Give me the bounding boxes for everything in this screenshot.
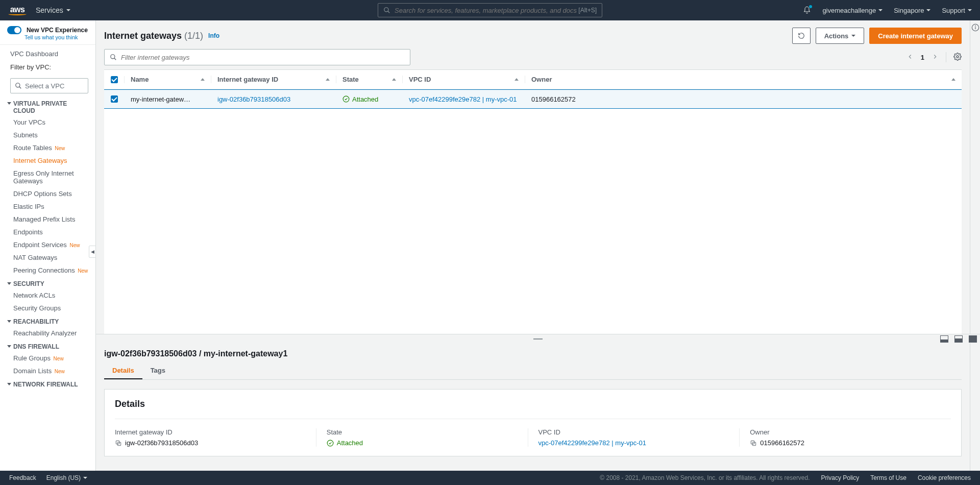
svg-point-10 [343,96,349,102]
cell-vpc-link[interactable]: vpc-07ef42299fe29e782 | my-vpc-01 [409,95,517,103]
filter-input-wrapper [104,49,410,65]
sidebar-item-endpoints[interactable]: Endpoints [0,226,95,238]
svg-line-3 [19,87,21,89]
sidebar-item-subnets[interactable]: Subnets [0,129,95,141]
sidebar-item-prefix-lists[interactable]: Managed Prefix Lists [0,213,95,226]
pagination: 1 [906,52,962,62]
cell-igw-id-link[interactable]: igw-02f36b79318506d03 [217,95,290,103]
global-search[interactable]: [Alt+S] [378,3,602,17]
feedback-link[interactable]: Tell us what you think [24,34,88,40]
sidebar-item-route-tables[interactable]: Route Tables New [0,141,95,154]
sidebar-item-dashboard[interactable]: VPC Dashboard [0,45,95,60]
toggle-switch[interactable] [7,26,21,34]
table-row[interactable]: my-internet-gatew… igw-02f36b79318506d03… [104,89,962,109]
sidebar-item-nacls[interactable]: Network ACLs [0,289,95,302]
detail-label-owner: Owner [750,428,941,436]
cookie-preferences-link[interactable]: Cookie preferences [918,474,971,481]
next-page-button[interactable] [932,53,939,62]
help-panel-toggle[interactable] [970,20,980,471]
services-menu[interactable]: Services [36,6,70,14]
section-network-firewall[interactable]: NETWORK FIREWALL [0,377,95,390]
view-full-button[interactable] [969,335,977,343]
sidebar-item-security-groups[interactable]: Security Groups [0,302,95,314]
sidebar-item-elastic-ips[interactable]: Elastic IPs [0,200,95,213]
info-link[interactable]: Info [208,32,219,39]
top-nav: aws Services [Alt+S] givemeachallenge Si… [0,0,980,20]
section-reachability[interactable]: REACHABILITY [0,314,95,327]
section-dns-firewall[interactable]: DNS FIREWALL [0,340,95,352]
chevron-right-icon [932,53,939,60]
create-internet-gateway-button[interactable]: Create internet gateway [869,28,962,44]
copy-icon[interactable] [750,440,757,447]
detail-value-owner: 015966162572 [760,439,804,447]
section-security[interactable]: SECURITY [0,277,95,289]
sidebar-item-nat-gateways[interactable]: NAT Gateways [0,251,95,264]
check-circle-icon [327,440,334,447]
column-vpc-id[interactable]: VPC ID [403,76,525,83]
split-panel-handle[interactable] [96,334,980,343]
copy-icon[interactable] [115,440,122,447]
detail-label-igw: Internet gateway ID [115,428,306,436]
sidebar-item-peering[interactable]: Peering Connections New [0,264,95,277]
search-input[interactable] [395,7,578,14]
caret-down-icon [851,35,855,37]
column-owner[interactable]: Owner [525,76,962,83]
sidebar-item-egress-gateways[interactable]: Egress Only Internet Gateways [0,167,95,187]
column-name[interactable]: Name [125,76,211,83]
sidebar-item-domain-lists[interactable]: Domain Lists New [0,365,95,377]
section-vpc[interactable]: VIRTUAL PRIVATE CLOUD [0,96,95,116]
state-badge: Attached [342,95,378,103]
detail-label-state: State [327,428,518,436]
detail-label-vpc: VPC ID [538,428,729,436]
refresh-icon [798,32,805,39]
svg-point-0 [384,8,388,12]
view-bottom-button[interactable] [940,335,948,343]
terms-of-use-link[interactable]: Terms of Use [870,474,906,481]
sidebar-collapse-button[interactable]: ◀ [89,246,96,258]
detail-value-vpc-link[interactable]: vpc-07ef42299fe29e782 | my-vpc-01 [538,439,647,447]
aws-logo[interactable]: aws [8,5,27,15]
sidebar-item-reachability[interactable]: Reachability Analyzer [0,327,95,340]
page-title: Internet gateways (1/1) [104,31,203,41]
prev-page-button[interactable] [906,53,914,62]
main-content: Internet gateways (1/1) Info Actions Cre… [96,20,980,471]
svg-point-6 [975,26,975,26]
table-empty-area [104,109,962,334]
detail-panel: igw-02f36b79318506d03 / my-internet-gate… [96,343,980,471]
sidebar-item-internet-gateways[interactable]: Internet Gateways [0,154,95,167]
sidebar-item-rule-groups[interactable]: Rule Groups New [0,352,95,365]
notifications-button[interactable] [803,6,811,14]
view-half-button[interactable] [954,335,963,343]
filter-input[interactable] [121,54,405,61]
select-all-checkbox[interactable] [111,76,118,83]
search-icon [110,54,117,61]
account-menu[interactable]: givemeachallenge [822,7,883,14]
detail-title: igw-02f36b79318506d03 / my-internet-gate… [104,349,962,358]
sidebar-item-your-vpcs[interactable]: Your VPCs [0,116,95,129]
table-settings-button[interactable] [953,53,962,62]
tab-tags[interactable]: Tags [142,362,174,379]
vpc-select[interactable]: Select a VPC [10,78,88,93]
refresh-button[interactable] [792,28,811,44]
sort-icon [201,78,205,81]
svg-point-2 [16,83,20,87]
region-menu[interactable]: Singapore [894,7,930,14]
sidebar-item-dhcp[interactable]: DHCP Options Sets [0,187,95,200]
actions-button[interactable]: Actions [816,28,865,44]
details-heading: Details [115,399,951,409]
details-panel: Details Internet gateway ID igw-02f36b79… [104,389,962,456]
support-menu[interactable]: Support [942,7,972,14]
filter-by-vpc-label: Filter by VPC: [0,60,95,76]
tab-details[interactable]: Details [104,362,142,379]
column-state[interactable]: State [336,76,403,83]
search-shortcut: [Alt+S] [578,7,597,14]
sidebar-item-endpoint-services[interactable]: Endpoint Services New [0,238,95,251]
row-checkbox[interactable] [111,95,118,103]
svg-line-8 [114,58,116,60]
language-menu[interactable]: English (US) [46,474,87,481]
privacy-policy-link[interactable]: Privacy Policy [821,474,860,481]
footer: Feedback English (US) © 2008 - 2021, Ama… [0,471,980,485]
column-igw-id[interactable]: Internet gateway ID [211,76,336,83]
feedback-link[interactable]: Feedback [9,474,36,481]
chevron-left-icon [906,53,914,60]
